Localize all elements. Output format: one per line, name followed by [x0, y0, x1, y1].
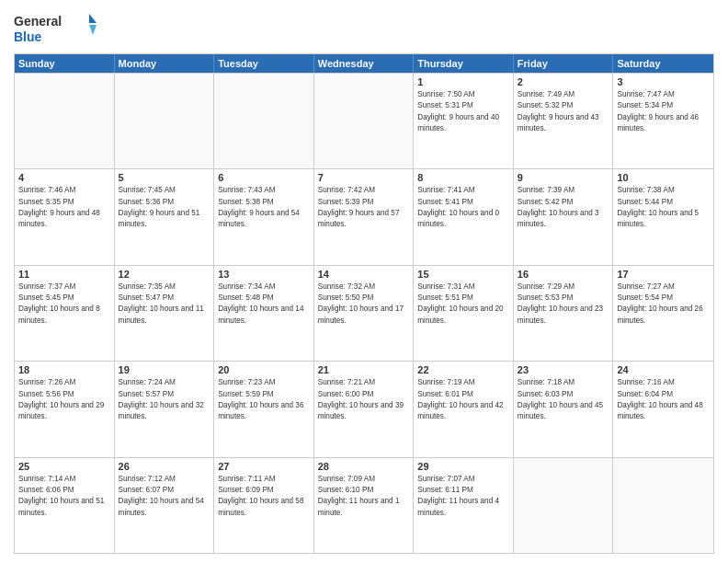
day-number: 22: [417, 364, 509, 375]
cell-info: Sunrise: 7:29 AM Sunset: 5:53 PM Dayligh…: [518, 282, 609, 327]
cell-info: Sunrise: 7:07 AM Sunset: 6:11 PM Dayligh…: [417, 474, 509, 519]
cell-info: Sunrise: 7:16 AM Sunset: 6:04 PM Dayligh…: [617, 377, 710, 422]
cal-header-cell-friday: Friday: [514, 54, 614, 73]
day-number: 20: [218, 364, 310, 375]
cell-info: Sunrise: 7:41 AM Sunset: 5:41 PM Dayligh…: [417, 185, 509, 230]
cal-cell: [214, 74, 314, 168]
cal-header-cell-tuesday: Tuesday: [214, 54, 314, 73]
cell-info: Sunrise: 7:42 AM Sunset: 5:39 PM Dayligh…: [318, 185, 410, 230]
day-number: 26: [119, 461, 210, 472]
day-number: 3: [617, 76, 710, 87]
day-number: 4: [18, 172, 110, 183]
calendar: SundayMondayTuesdayWednesdayThursdayFrid…: [14, 53, 714, 554]
cell-info: Sunrise: 7:43 AM Sunset: 5:38 PM Dayligh…: [218, 185, 310, 230]
svg-marker-3: [89, 25, 97, 35]
calendar-header-row: SundayMondayTuesdayWednesdayThursdayFrid…: [15, 54, 713, 73]
cell-info: Sunrise: 7:11 AM Sunset: 6:09 PM Dayligh…: [218, 474, 310, 519]
cal-cell: 11 Sunrise: 7:37 AM Sunset: 5:45 PM Dayl…: [15, 266, 115, 361]
cell-info: Sunrise: 7:31 AM Sunset: 5:51 PM Dayligh…: [417, 282, 509, 327]
cell-info: Sunrise: 7:09 AM Sunset: 6:10 PM Dayligh…: [318, 474, 410, 519]
logo: General Blue: [14, 9, 97, 46]
cal-cell: 18 Sunrise: 7:26 AM Sunset: 5:56 PM Dayl…: [15, 362, 115, 456]
cal-cell: 15 Sunrise: 7:31 AM Sunset: 5:51 PM Dayl…: [414, 266, 514, 361]
day-number: 25: [18, 461, 110, 472]
cal-header-cell-wednesday: Wednesday: [314, 54, 415, 73]
cell-info: Sunrise: 7:26 AM Sunset: 5:56 PM Dayligh…: [18, 377, 110, 422]
day-number: 19: [119, 364, 210, 375]
day-number: 11: [18, 269, 110, 280]
cal-cell: 17 Sunrise: 7:27 AM Sunset: 5:54 PM Dayl…: [613, 266, 713, 361]
cal-cell: 13 Sunrise: 7:34 AM Sunset: 5:48 PM Dayl…: [214, 266, 314, 361]
day-number: 7: [318, 172, 410, 183]
cal-cell: 8 Sunrise: 7:41 AM Sunset: 5:41 PM Dayli…: [414, 169, 514, 264]
cal-cell: 20 Sunrise: 7:23 AM Sunset: 5:59 PM Dayl…: [214, 362, 314, 456]
cell-info: Sunrise: 7:32 AM Sunset: 5:50 PM Dayligh…: [318, 282, 410, 327]
day-number: 18: [18, 364, 110, 375]
day-number: 9: [518, 172, 609, 183]
cell-info: Sunrise: 7:27 AM Sunset: 5:54 PM Dayligh…: [617, 282, 710, 327]
cal-cell: 29 Sunrise: 7:07 AM Sunset: 6:11 PM Dayl…: [414, 458, 514, 553]
cal-week-4: 25 Sunrise: 7:14 AM Sunset: 6:06 PM Dayl…: [15, 457, 713, 553]
cal-cell: 19 Sunrise: 7:24 AM Sunset: 5:57 PM Dayl…: [115, 362, 215, 456]
cal-header-cell-saturday: Saturday: [613, 54, 713, 73]
cal-cell: 7 Sunrise: 7:42 AM Sunset: 5:39 PM Dayli…: [314, 169, 415, 264]
day-number: 17: [617, 269, 710, 280]
cal-header-cell-monday: Monday: [115, 54, 215, 73]
cal-cell: 26 Sunrise: 7:12 AM Sunset: 6:07 PM Dayl…: [115, 458, 215, 553]
cal-cell: 4 Sunrise: 7:46 AM Sunset: 5:35 PM Dayli…: [15, 169, 115, 264]
cal-week-1: 4 Sunrise: 7:46 AM Sunset: 5:35 PM Dayli…: [15, 168, 713, 264]
day-number: 28: [318, 461, 410, 472]
day-number: 23: [518, 364, 609, 375]
day-number: 12: [119, 269, 210, 280]
cell-info: Sunrise: 7:35 AM Sunset: 5:47 PM Dayligh…: [119, 282, 210, 327]
svg-marker-2: [89, 14, 97, 23]
cal-week-3: 18 Sunrise: 7:26 AM Sunset: 5:56 PM Dayl…: [15, 361, 713, 456]
cell-info: Sunrise: 7:49 AM Sunset: 5:32 PM Dayligh…: [518, 89, 609, 134]
cell-info: Sunrise: 7:12 AM Sunset: 6:07 PM Dayligh…: [119, 474, 210, 519]
cal-header-cell-sunday: Sunday: [15, 54, 115, 73]
cal-header-cell-thursday: Thursday: [414, 54, 514, 73]
day-number: 21: [318, 364, 410, 375]
svg-text:Blue: Blue: [14, 29, 42, 44]
day-number: 10: [617, 172, 710, 183]
cal-cell: [613, 458, 713, 553]
day-number: 24: [617, 364, 710, 375]
cell-info: Sunrise: 7:24 AM Sunset: 5:57 PM Dayligh…: [119, 377, 210, 422]
cell-info: Sunrise: 7:18 AM Sunset: 6:03 PM Dayligh…: [518, 377, 609, 422]
day-number: 14: [318, 269, 410, 280]
cell-info: Sunrise: 7:23 AM Sunset: 5:59 PM Dayligh…: [218, 377, 310, 422]
cal-cell: 24 Sunrise: 7:16 AM Sunset: 6:04 PM Dayl…: [613, 362, 713, 456]
day-number: 16: [518, 269, 609, 280]
day-number: 2: [518, 76, 609, 87]
cell-info: Sunrise: 7:39 AM Sunset: 5:42 PM Dayligh…: [518, 185, 609, 230]
cal-cell: [115, 74, 215, 168]
header: General Blue: [14, 9, 714, 46]
cal-cell: 2 Sunrise: 7:49 AM Sunset: 5:32 PM Dayli…: [514, 74, 614, 168]
cell-info: Sunrise: 7:19 AM Sunset: 6:01 PM Dayligh…: [417, 377, 509, 422]
cal-cell: 22 Sunrise: 7:19 AM Sunset: 6:01 PM Dayl…: [414, 362, 514, 456]
day-number: 13: [218, 269, 310, 280]
cell-info: Sunrise: 7:47 AM Sunset: 5:34 PM Dayligh…: [617, 89, 710, 134]
cal-cell: 16 Sunrise: 7:29 AM Sunset: 5:53 PM Dayl…: [514, 266, 614, 361]
day-number: 15: [417, 269, 509, 280]
cal-cell: 12 Sunrise: 7:35 AM Sunset: 5:47 PM Dayl…: [115, 266, 215, 361]
svg-text:General: General: [14, 14, 62, 29]
page: General Blue SundayMondayTuesdayWednesda…: [0, 0, 728, 563]
cal-cell: 28 Sunrise: 7:09 AM Sunset: 6:10 PM Dayl…: [314, 458, 415, 553]
day-number: 27: [218, 461, 310, 472]
cal-cell: 5 Sunrise: 7:45 AM Sunset: 5:36 PM Dayli…: [115, 169, 215, 264]
logo-svg: General Blue: [14, 9, 97, 46]
calendar-body: 1 Sunrise: 7:50 AM Sunset: 5:31 PM Dayli…: [15, 73, 713, 553]
cal-cell: 21 Sunrise: 7:21 AM Sunset: 6:00 PM Dayl…: [314, 362, 415, 456]
cal-cell: [15, 74, 115, 168]
cal-week-2: 11 Sunrise: 7:37 AM Sunset: 5:45 PM Dayl…: [15, 265, 713, 361]
cal-cell: 3 Sunrise: 7:47 AM Sunset: 5:34 PM Dayli…: [613, 74, 713, 168]
day-number: 1: [417, 76, 509, 87]
cal-cell: [314, 74, 415, 168]
cell-info: Sunrise: 7:37 AM Sunset: 5:45 PM Dayligh…: [18, 282, 110, 327]
cell-info: Sunrise: 7:14 AM Sunset: 6:06 PM Dayligh…: [18, 474, 110, 519]
cell-info: Sunrise: 7:34 AM Sunset: 5:48 PM Dayligh…: [218, 282, 310, 327]
cal-cell: 6 Sunrise: 7:43 AM Sunset: 5:38 PM Dayli…: [214, 169, 314, 264]
cell-info: Sunrise: 7:21 AM Sunset: 6:00 PM Dayligh…: [318, 377, 410, 422]
cal-cell: [514, 458, 614, 553]
